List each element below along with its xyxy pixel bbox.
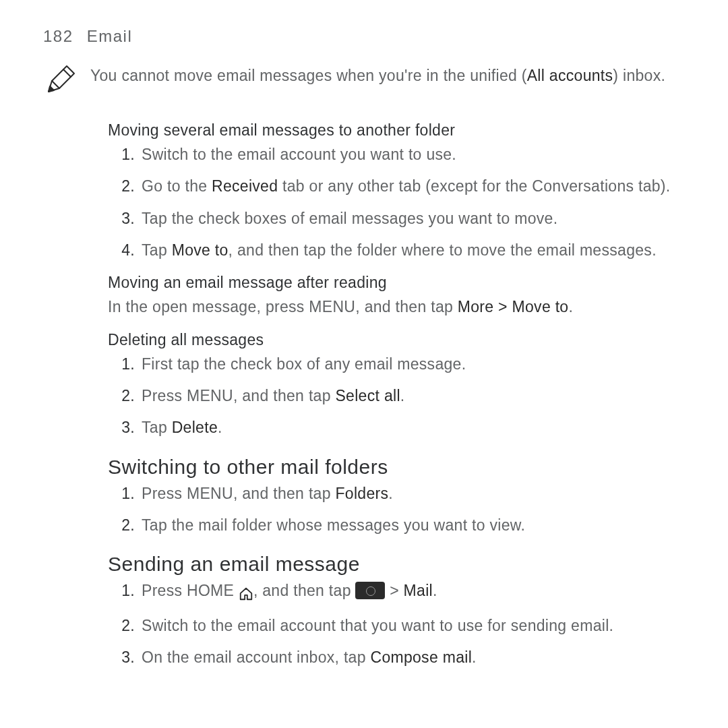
- text-segment: Tap: [142, 419, 172, 436]
- text-bold: Delete: [172, 419, 218, 436]
- text-bold: Received: [212, 177, 278, 195]
- list-number: 1.: [108, 580, 142, 602]
- list-text: Tap the check boxes of email messages yo…: [142, 208, 685, 230]
- apps-icon: [355, 582, 385, 599]
- text-segment: >: [385, 582, 403, 599]
- paragraph-move-after: In the open message, press MENU, and the…: [108, 296, 685, 318]
- list-number: 1.: [108, 483, 142, 505]
- list-move-several: 1. Switch to the email account you want …: [108, 144, 685, 262]
- list-number: 2.: [108, 175, 142, 198]
- list-text: On the email account inbox, tap Compose …: [142, 646, 685, 669]
- list-number: 1.: [108, 144, 142, 166]
- list-sending-email: 1. Press HOME , and then tap > Mail. 2. …: [108, 580, 685, 669]
- list-text: Tap the mail folder whose messages you w…: [142, 514, 685, 537]
- text-segment: Go to the: [142, 177, 212, 195]
- text-segment: tab or any other tab (except for the Con…: [278, 177, 670, 195]
- text-segment: Press HOME: [142, 582, 239, 599]
- text-segment: .: [433, 582, 437, 599]
- list-switch-folders: 1. Press MENU, and then tap Folders. 2. …: [108, 483, 685, 537]
- text-segment: , and then tap: [253, 582, 356, 599]
- subheading-move-after: Moving an email message after reading: [108, 274, 685, 292]
- list-text: First tap the check box of any email mes…: [142, 353, 685, 375]
- list-number: 2.: [108, 514, 142, 537]
- list-number: 3.: [108, 646, 142, 669]
- list-item: 1. First tap the check box of any email …: [108, 353, 685, 375]
- text-bold: More > Move to: [458, 298, 569, 315]
- document-page: 182 Email You cannot move email messages…: [0, 0, 728, 728]
- list-text: Switch to the email account you want to …: [142, 144, 685, 166]
- text-bold: Select all: [335, 387, 400, 404]
- list-text: Press MENU, and then tap Folders.: [142, 483, 685, 505]
- text-segment: In the open message, press MENU, and the…: [108, 298, 458, 315]
- list-item: 2. Switch to the email account that you …: [108, 615, 685, 637]
- list-item: 2. Go to the Received tab or any other t…: [108, 175, 685, 198]
- heading-switch-folders: Switching to other mail folders: [108, 456, 685, 479]
- page-header: 182 Email: [43, 27, 685, 46]
- chapter-title: Email: [87, 27, 133, 45]
- text-segment: On the email account inbox, tap: [142, 648, 370, 666]
- note-callout: You cannot move email messages when you'…: [43, 65, 685, 97]
- note-text: You cannot move email messages when you'…: [90, 65, 685, 87]
- text-segment: , and then tap the folder where to move …: [229, 241, 657, 259]
- list-item: 2. Tap the mail folder whose messages yo…: [108, 514, 685, 537]
- note-text-bold: All accounts: [527, 67, 613, 84]
- list-text: Tap Move to, and then tap the folder whe…: [142, 239, 685, 262]
- text-segment: Press MENU, and then tap: [142, 485, 335, 502]
- list-number: 2.: [108, 385, 142, 407]
- list-item: 1. Press HOME , and then tap > Mail.: [108, 580, 685, 605]
- home-icon: [239, 582, 253, 605]
- text-bold: Folders: [335, 485, 388, 502]
- list-number: 4.: [108, 239, 142, 262]
- page-number: 182: [43, 27, 73, 45]
- list-item: 4. Tap Move to, and then tap the folder …: [108, 239, 685, 262]
- list-text: Tap Delete.: [142, 417, 685, 439]
- subheading-delete-all: Deleting all messages: [108, 331, 685, 349]
- list-text: Press HOME , and then tap > Mail.: [142, 580, 685, 605]
- subheading-move-several: Moving several email messages to another…: [108, 121, 685, 140]
- list-text: Switch to the email account that you wan…: [142, 615, 685, 637]
- list-number: 1.: [108, 353, 142, 375]
- text-segment: .: [218, 419, 222, 436]
- heading-sending-email: Sending an email message: [108, 553, 685, 576]
- text-segment: Press MENU, and then tap: [142, 387, 335, 404]
- list-number: 2.: [108, 615, 142, 637]
- list-item: 2. Press MENU, and then tap Select all.: [108, 385, 685, 407]
- list-delete-all: 1. First tap the check box of any email …: [108, 353, 685, 439]
- text-segment: .: [388, 485, 393, 502]
- list-item: 3. Tap the check boxes of email messages…: [108, 208, 685, 230]
- text-bold: Compose mail: [370, 648, 472, 666]
- list-text: Go to the Received tab or any other tab …: [142, 175, 685, 198]
- text-segment: .: [568, 298, 573, 315]
- list-item: 3. On the email account inbox, tap Compo…: [108, 646, 685, 669]
- list-text: Press MENU, and then tap Select all.: [142, 385, 685, 407]
- text-bold: Mail: [404, 582, 433, 599]
- list-number: 3.: [108, 417, 142, 439]
- text-segment: .: [400, 387, 405, 404]
- list-number: 3.: [108, 208, 142, 230]
- text-segment: Tap: [142, 241, 172, 259]
- text-segment: .: [472, 648, 477, 666]
- note-text-prefix: You cannot move email messages when you'…: [90, 67, 527, 84]
- list-item: 1. Press MENU, and then tap Folders.: [108, 483, 685, 505]
- list-item: 3. Tap Delete.: [108, 417, 685, 439]
- list-item: 1. Switch to the email account you want …: [108, 144, 685, 166]
- pencil-icon: [43, 65, 75, 97]
- note-text-suffix: ) inbox.: [613, 67, 665, 84]
- text-bold: Move to: [172, 241, 229, 259]
